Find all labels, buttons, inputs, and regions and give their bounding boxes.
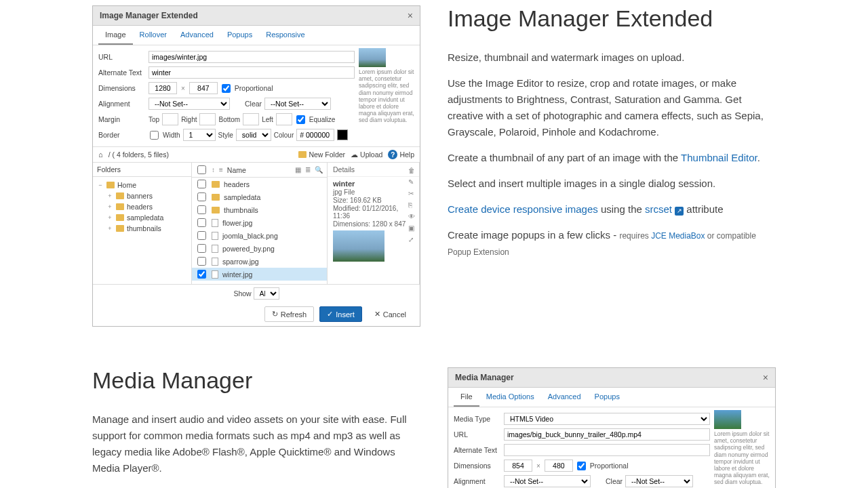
proportional-checkbox[interactable] xyxy=(222,84,231,93)
copy-icon[interactable]: ⎘ xyxy=(408,201,415,209)
resize-icon[interactable]: ⤢ xyxy=(408,236,415,243)
tab-media-options[interactable]: Media Options xyxy=(479,388,541,407)
ime-p3: Create a thumbnail of any part of an ima… xyxy=(448,150,776,166)
tree-item[interactable]: +thumbnails xyxy=(94,223,190,234)
file-checkbox[interactable] xyxy=(197,244,206,253)
width-input[interactable] xyxy=(504,460,532,472)
toggle-icon[interactable]: − xyxy=(97,182,104,188)
help-button[interactable]: ?Help xyxy=(388,150,414,159)
sort-icon[interactable]: ↕ xyxy=(212,166,215,174)
file-row[interactable]: powered_by.png xyxy=(192,242,327,255)
alignment-select[interactable]: --Not Set-- xyxy=(149,98,230,110)
file-row[interactable]: sampledata xyxy=(192,190,327,203)
tab-popups[interactable]: Popups xyxy=(588,388,627,407)
file-row[interactable]: headers xyxy=(192,178,327,190)
file-row[interactable]: winter.jpg xyxy=(192,268,327,281)
responsive-link[interactable]: Create device responsive images xyxy=(448,203,598,215)
file-row[interactable]: joomla_black.png xyxy=(192,229,327,242)
upload-button[interactable]: ☁Upload xyxy=(351,150,382,159)
alt-input[interactable] xyxy=(504,444,710,456)
file-checkbox[interactable] xyxy=(197,231,206,240)
alt-input[interactable] xyxy=(149,66,355,79)
ext-icon[interactable]: ≡ xyxy=(219,166,223,174)
tab-advanced[interactable]: Advanced xyxy=(541,388,588,407)
equalize-checkbox[interactable] xyxy=(296,115,305,124)
file-checkbox[interactable] xyxy=(197,205,206,214)
dialog-title: Image Manager Extended xyxy=(100,11,198,20)
clear-select[interactable]: --Not Set-- xyxy=(625,475,693,487)
mm-p1: Manage and insert audio and video assets… xyxy=(92,411,420,476)
tree-item[interactable]: −Home xyxy=(94,180,190,190)
proportional-label: Proportional xyxy=(590,462,629,470)
toggle-icon[interactable]: + xyxy=(106,203,113,210)
toggle-icon[interactable]: + xyxy=(106,192,113,199)
show-select[interactable]: All xyxy=(254,287,279,300)
select-all-checkbox[interactable] xyxy=(197,165,206,174)
thumbnail-editor-link[interactable]: Thumbnail Editor xyxy=(681,152,757,163)
height-input[interactable] xyxy=(545,460,573,472)
border-style-select[interactable]: solid xyxy=(236,129,271,141)
tab-popups[interactable]: Popups xyxy=(220,26,259,45)
border-checkbox[interactable] xyxy=(150,131,159,140)
view-icon[interactable]: 👁 xyxy=(408,213,415,220)
url-input[interactable] xyxy=(149,51,355,63)
rename-icon[interactable]: ✂ xyxy=(408,190,415,197)
alignment-select[interactable]: --Not Set-- xyxy=(504,475,591,487)
toggle-icon[interactable]: + xyxy=(106,214,113,221)
tab-advanced[interactable]: Advanced xyxy=(174,26,220,45)
alt-label: Alternate Text xyxy=(454,446,501,454)
proportional-checkbox[interactable] xyxy=(577,462,586,470)
home-icon[interactable]: ⌂ xyxy=(98,150,103,159)
width-input[interactable] xyxy=(149,82,177,94)
refresh-button[interactable]: ↻Refresh xyxy=(264,306,315,322)
search-icon[interactable]: 🔍 xyxy=(315,166,323,174)
colour-swatch[interactable] xyxy=(337,129,348,140)
file-row[interactable]: thumbnails xyxy=(192,203,327,216)
file-row[interactable]: sparrow.jpg xyxy=(192,255,327,268)
tab-file[interactable]: File xyxy=(454,388,479,407)
preview-thumb xyxy=(359,48,386,67)
cancel-button[interactable]: ✕Cancel xyxy=(368,306,413,322)
close-icon[interactable]: × xyxy=(763,372,768,383)
srcset-link[interactable]: srcset ↗ xyxy=(645,203,684,215)
margin-top-input[interactable] xyxy=(162,113,178,125)
insert-button[interactable]: ✓Insert xyxy=(319,306,362,322)
margin-right-input[interactable] xyxy=(199,113,216,125)
tab-image[interactable]: Image xyxy=(98,26,133,45)
margin-left-input[interactable] xyxy=(276,113,292,125)
tree-item[interactable]: +banners xyxy=(94,190,190,201)
toggle-icon[interactable]: + xyxy=(106,225,113,232)
tree-item[interactable]: +headers xyxy=(94,201,190,212)
new-folder-button[interactable]: New Folder xyxy=(298,150,345,159)
file-checkbox[interactable] xyxy=(197,180,206,188)
list-view-icon[interactable]: ≣ xyxy=(305,166,311,174)
colour-input[interactable] xyxy=(296,129,334,141)
edit-icon[interactable]: ✎ xyxy=(408,178,415,186)
tab-rollover[interactable]: Rollover xyxy=(133,26,174,45)
preview-box: Lorem ipsum dolor sit amet, consetetur s… xyxy=(714,410,770,488)
file-checkbox[interactable] xyxy=(197,192,206,201)
file-checkbox[interactable] xyxy=(197,257,206,266)
mediabox-link[interactable]: JCE MediaBox xyxy=(651,231,705,241)
file-checkbox[interactable] xyxy=(197,218,206,227)
height-input[interactable] xyxy=(189,82,218,94)
check-icon: ✓ xyxy=(327,310,333,319)
tab-responsive[interactable]: Responsive xyxy=(259,26,311,45)
folder-icon xyxy=(106,182,115,188)
file-row[interactable]: flower.jpg xyxy=(192,216,327,229)
show-label: Show xyxy=(233,289,251,298)
border-width-select[interactable]: 1 xyxy=(183,129,216,141)
style-label: Style xyxy=(218,131,233,139)
top-label: Top xyxy=(149,116,159,123)
margin-bottom-input[interactable] xyxy=(243,113,259,125)
grid-view-icon[interactable]: ▦ xyxy=(295,166,301,174)
clear-select[interactable]: --Not Set-- xyxy=(264,98,331,110)
thumb-icon[interactable]: ▣ xyxy=(408,224,415,232)
close-icon[interactable]: × xyxy=(408,10,413,21)
tree-item[interactable]: +sampledata xyxy=(94,212,190,223)
url-input[interactable] xyxy=(504,428,710,441)
delete-icon[interactable]: 🗑 xyxy=(408,167,415,174)
media-type-select[interactable]: HTML5 Video xyxy=(504,413,710,425)
file-checkbox[interactable] xyxy=(197,270,206,279)
tree-label: sampledata xyxy=(127,214,163,222)
